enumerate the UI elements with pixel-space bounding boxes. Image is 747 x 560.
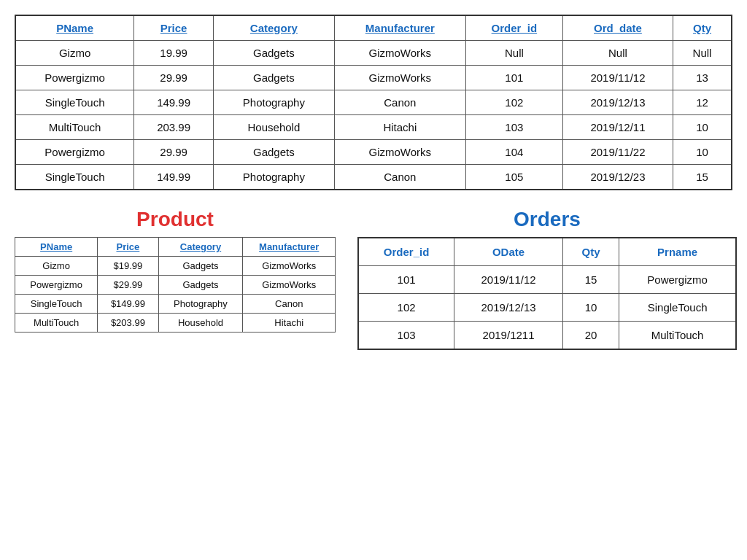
table-cell: Null xyxy=(673,41,732,66)
table-cell: 104 xyxy=(465,140,562,165)
table-cell: 105 xyxy=(465,165,562,190)
table-cell: 2019/12/11 xyxy=(562,115,673,140)
table-cell: 2019/12/23 xyxy=(562,165,673,190)
table-cell: 13 xyxy=(673,66,732,90)
table-cell: 29.99 xyxy=(134,140,214,165)
top-join-table: PNamePriceCategoryManufacturerOrder_idOr… xyxy=(15,15,732,190)
table-cell: 2019/1211 xyxy=(454,322,563,350)
top-table-header: PName xyxy=(15,15,134,41)
table-row: 1012019/11/1215Powergizmo xyxy=(358,266,736,294)
table-cell: $29.99 xyxy=(98,276,158,295)
table-cell: 2019/12/13 xyxy=(562,90,673,115)
orders-section: Orders Order_idODateQtyPrname 1012019/11… xyxy=(357,208,737,350)
table-row: SingleTouch149.99PhotographyCanon1052019… xyxy=(15,165,732,190)
table-cell: 103 xyxy=(358,322,454,350)
table-cell: GizmoWorks xyxy=(334,66,465,90)
table-cell: GizmoWorks xyxy=(243,276,336,295)
table-row: Powergizmo29.99GadgetsGizmoWorks1042019/… xyxy=(15,140,732,165)
table-cell: Powergizmo xyxy=(15,140,134,165)
table-row: Powergizmo$29.99GadgetsGizmoWorks xyxy=(15,276,336,295)
table-cell: Photography xyxy=(214,90,335,115)
top-table-header: Category xyxy=(214,15,335,41)
table-cell: MultiTouch xyxy=(619,322,736,350)
orders-table: Order_idODateQtyPrname 1012019/11/1215Po… xyxy=(357,237,737,350)
table-cell: 12 xyxy=(673,90,732,115)
table-cell: 101 xyxy=(358,266,454,294)
table-cell: 103 xyxy=(465,115,562,140)
orders-table-header: Prname xyxy=(619,238,736,266)
table-cell: 203.99 xyxy=(134,115,214,140)
table-cell: Gizmo xyxy=(15,257,98,276)
table-cell: Powergizmo xyxy=(15,66,134,90)
table-row: Powergizmo29.99GadgetsGizmoWorks1012019/… xyxy=(15,66,732,90)
table-cell: Canon xyxy=(334,90,465,115)
table-cell: Null xyxy=(465,41,562,66)
table-cell: GizmoWorks xyxy=(334,140,465,165)
table-cell: SingleTouch xyxy=(15,90,134,115)
table-cell: MultiTouch xyxy=(15,115,134,140)
table-cell: 149.99 xyxy=(134,165,214,190)
table-cell: Household xyxy=(214,115,335,140)
table-cell: 20 xyxy=(562,322,619,350)
table-row: MultiTouch$203.99HouseholdHitachi xyxy=(15,314,336,332)
top-join-table-wrapper: PNamePriceCategoryManufacturerOrder_idOr… xyxy=(15,15,732,190)
table-cell: 101 xyxy=(465,66,562,90)
table-cell: Hitachi xyxy=(334,115,465,140)
product-table: PNamePriceCategoryManufacturer Gizmo$19.… xyxy=(15,237,336,332)
top-table-header: Qty xyxy=(673,15,732,41)
table-cell: Gadgets xyxy=(214,66,335,90)
table-cell: 102 xyxy=(465,90,562,115)
table-cell: Null xyxy=(562,41,673,66)
table-cell: 19.99 xyxy=(134,41,214,66)
orders-table-header: Order_id xyxy=(358,238,454,266)
table-row: MultiTouch203.99HouseholdHitachi1032019/… xyxy=(15,115,732,140)
table-cell: 2019/11/12 xyxy=(454,266,563,294)
top-table-header: Order_id xyxy=(465,15,562,41)
orders-table-header: ODate xyxy=(454,238,563,266)
orders-title: Orders xyxy=(357,208,737,231)
table-cell: Gadgets xyxy=(214,140,335,165)
table-row: Gizmo$19.99GadgetsGizmoWorks xyxy=(15,257,336,276)
table-cell: Canon xyxy=(334,165,465,190)
table-cell: 15 xyxy=(673,165,732,190)
product-table-header: Category xyxy=(158,238,243,257)
table-cell: Hitachi xyxy=(243,314,336,332)
table-cell: MultiTouch xyxy=(15,314,98,332)
table-row: 1022019/12/1310SingleTouch xyxy=(358,294,736,322)
table-cell: Gadgets xyxy=(158,276,243,295)
table-cell: Gadgets xyxy=(158,257,243,276)
table-cell: 15 xyxy=(562,266,619,294)
table-cell: 102 xyxy=(358,294,454,322)
table-cell: Canon xyxy=(243,295,336,314)
table-cell: 29.99 xyxy=(134,66,214,90)
table-cell: $203.99 xyxy=(98,314,158,332)
table-cell: Household xyxy=(158,314,243,332)
table-cell: 10 xyxy=(673,140,732,165)
table-cell: 10 xyxy=(673,115,732,140)
table-cell: Powergizmo xyxy=(619,266,736,294)
product-table-header: Price xyxy=(98,238,158,257)
table-cell: Powergizmo xyxy=(15,276,98,295)
table-cell: GizmoWorks xyxy=(334,41,465,66)
table-cell: Photography xyxy=(214,165,335,190)
table-cell: 2019/12/13 xyxy=(454,294,563,322)
bottom-section: Product PNamePriceCategoryManufacturer G… xyxy=(15,208,732,350)
table-cell: 149.99 xyxy=(134,90,214,115)
table-row: SingleTouch$149.99PhotographyCanon xyxy=(15,295,336,314)
top-table-header: Price xyxy=(134,15,214,41)
product-table-header: Manufacturer xyxy=(243,238,336,257)
table-cell: $19.99 xyxy=(98,257,158,276)
product-table-header: PName xyxy=(15,238,98,257)
product-title: Product xyxy=(15,208,336,231)
table-cell: $149.99 xyxy=(98,295,158,314)
table-cell: GizmoWorks xyxy=(243,257,336,276)
table-cell: 2019/11/22 xyxy=(562,140,673,165)
table-cell: 2019/11/12 xyxy=(562,66,673,90)
table-cell: SingleTouch xyxy=(15,295,98,314)
table-row: Gizmo19.99GadgetsGizmoWorksNullNullNull xyxy=(15,41,732,66)
table-cell: Gadgets xyxy=(214,41,335,66)
table-cell: 10 xyxy=(562,294,619,322)
table-row: 1032019/121120MultiTouch xyxy=(358,322,736,350)
table-cell: SingleTouch xyxy=(15,165,134,190)
top-table-header: Manufacturer xyxy=(334,15,465,41)
